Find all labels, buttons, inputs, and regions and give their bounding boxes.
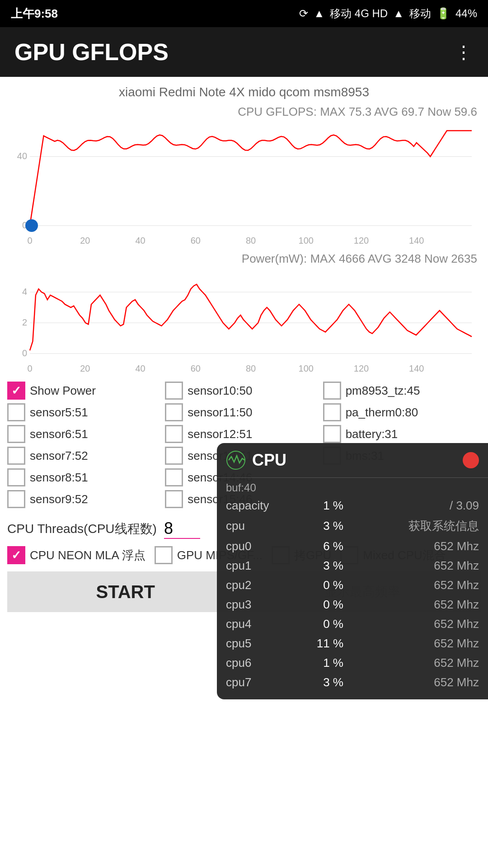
cpu-row-freq: 652 Mhz — [343, 617, 479, 631]
sensor14-checkbox[interactable] — [165, 468, 183, 486]
sensor5-item[interactable]: sensor5:51 — [7, 403, 165, 421]
cpu-gflops-stats: CPU GFLOPS: MAX 75.3 AVG 69.7 Now 59.6 — [7, 102, 481, 122]
cpu-row-freq: 652 Mhz — [343, 656, 479, 670]
cpu-rows-container: capacity 1 % / 3.09 cpu 3 % 获取系统信息 cpu0 … — [217, 496, 488, 692]
cpu-row-label: cpu4 — [226, 617, 298, 631]
patherm-label: pa_therm0:80 — [346, 406, 418, 420]
cpu-popup-header: CPU — [217, 443, 488, 478]
power-chart — [7, 268, 481, 376]
cpu-row-freq: 652 Mhz — [343, 559, 479, 573]
sensor8-item[interactable]: sensor8:51 — [7, 468, 165, 486]
cpu-row-pct: 0 % — [298, 598, 343, 612]
svg-point-0 — [227, 451, 245, 469]
cpu-row: cpu2 0 % 652 Mhz — [217, 576, 488, 595]
cpu-row-pct: 3 % — [298, 675, 343, 689]
sensor12-label: sensor12:51 — [188, 427, 252, 441]
gflops-chart — [7, 122, 481, 248]
sensor7-checkbox[interactable] — [7, 447, 25, 465]
sensor15-checkbox[interactable] — [165, 490, 183, 508]
cpu-row-label: cpu2 — [226, 578, 298, 592]
cpu-row: cpu3 0 % 652 Mhz — [217, 595, 488, 614]
checkbox-row-1: Show Power sensor10:50 pm8953_tz:45 — [7, 382, 481, 400]
cpu-neon-checkbox[interactable] — [7, 546, 25, 564]
sensor6-checkbox[interactable] — [7, 425, 25, 443]
cpu-row: cpu 3 % 获取系统信息 — [217, 515, 488, 537]
sensor10-item[interactable]: sensor10:50 — [165, 382, 323, 400]
sensor6-item[interactable]: sensor6:51 — [7, 425, 165, 443]
cpu-row-freq: 652 Mhz — [343, 637, 479, 651]
more-options-button[interactable]: ⋮ — [455, 42, 474, 62]
cpu-row-label: cpu — [226, 519, 298, 533]
cpu-row: cpu7 3 % 652 Mhz — [217, 673, 488, 692]
sensor9-checkbox[interactable] — [7, 490, 25, 508]
status-bar: 上午9:58 ⟳ ▲ 移动 4G HD ▲ 移动 🔋 44% — [0, 0, 488, 27]
cpu-popup-title: CPU — [252, 451, 456, 470]
sensor13-checkbox[interactable] — [165, 447, 183, 465]
cpu-row-pct: 0 % — [298, 617, 343, 631]
cpu-row-label: cpu6 — [226, 656, 298, 670]
cpu-row-label: cpu5 — [226, 637, 298, 651]
cpu-neon-item[interactable]: CPU NEON MLA 浮点 — [7, 546, 145, 564]
cpu-row-freq: 获取系统信息 — [343, 518, 479, 534]
show-power-item[interactable]: Show Power — [7, 382, 165, 400]
sensor12-checkbox[interactable] — [165, 425, 183, 443]
sensor5-label: sensor5:51 — [30, 406, 88, 420]
checkbox-row-3: sensor6:51 sensor12:51 battery:31 — [7, 425, 481, 443]
battery-icon: 🔋 — [436, 7, 450, 20]
sensor7-item[interactable]: sensor7:52 — [7, 447, 165, 465]
sensor12-item[interactable]: sensor12:51 — [165, 425, 323, 443]
sensor9-item[interactable]: sensor9:52 — [7, 490, 165, 508]
battery-checkbox[interactable] — [323, 425, 341, 443]
sensor11-item[interactable]: sensor11:50 — [165, 403, 323, 421]
cpu-row: cpu5 11 % 652 Mhz — [217, 634, 488, 653]
cpu-row-pct: 3 % — [298, 519, 343, 533]
cpu-row-label: cpu7 — [226, 675, 298, 689]
patherm-checkbox[interactable] — [323, 403, 341, 421]
sensor6-label: sensor6:51 — [30, 427, 88, 441]
cpu-row: cpu6 1 % 652 Mhz — [217, 653, 488, 673]
cpu-row-pct: 0 % — [298, 578, 343, 592]
battery-item[interactable]: battery:31 — [323, 425, 481, 443]
sensor9-label: sensor9:52 — [30, 492, 88, 506]
carrier-label: 移动 — [409, 6, 431, 21]
cpu-row-label: cpu0 — [226, 539, 298, 553]
checkbox-row-2: sensor5:51 sensor11:50 pa_therm0:80 — [7, 403, 481, 421]
status-icons: ⟳ ▲ 移动 4G HD ▲ 移动 🔋 44% — [299, 6, 477, 21]
device-name: xiaomi Redmi Note 4X mido qcom msm8953 — [7, 77, 481, 102]
sensor5-checkbox[interactable] — [7, 403, 25, 421]
show-power-checkbox[interactable] — [7, 382, 25, 400]
pm8953-item[interactable]: pm8953_tz:45 — [323, 382, 481, 400]
gpu-mips-checkbox[interactable] — [155, 546, 173, 564]
cpu-row: cpu0 6 % 652 Mhz — [217, 537, 488, 556]
cpu-wave-icon — [226, 450, 246, 470]
battery-pct: 44% — [455, 7, 477, 20]
app-title: GPU GFLOPS — [14, 38, 169, 66]
cpu-row-freq: / 3.09 — [343, 499, 479, 513]
cpu-row-freq: 652 Mhz — [343, 675, 479, 689]
sensor8-label: sensor8:51 — [30, 471, 88, 485]
start-button[interactable]: START — [7, 571, 244, 612]
cpu-row-pct: 3 % — [298, 559, 343, 573]
cpu-row-pct: 1 % — [298, 656, 343, 670]
sensor7-label: sensor7:52 — [30, 449, 88, 463]
pm8953-checkbox[interactable] — [323, 382, 341, 400]
cpu-row-label: cpu3 — [226, 598, 298, 612]
app-bar: GPU GFLOPS ⋮ — [0, 27, 488, 77]
status-time: 上午9:58 — [11, 6, 58, 22]
record-button[interactable] — [463, 452, 479, 468]
network-label: 移动 4G HD — [330, 6, 388, 21]
sensor11-checkbox[interactable] — [165, 403, 183, 421]
cpu-row-pct: 11 % — [298, 637, 343, 651]
cpu-row: cpu1 3 % 652 Mhz — [217, 556, 488, 576]
power-stats: Power(mW): MAX 4666 AVG 3248 Now 2635 — [7, 250, 481, 268]
sensor10-checkbox[interactable] — [165, 382, 183, 400]
patherm-item[interactable]: pa_therm0:80 — [323, 403, 481, 421]
signal-icon: ▲ — [314, 7, 324, 20]
sensor11-label: sensor11:50 — [188, 406, 252, 420]
sensor8-checkbox[interactable] — [7, 468, 25, 486]
threads-input[interactable] — [164, 519, 200, 539]
cpu-row: capacity 1 % / 3.09 — [217, 496, 488, 515]
cpu-row-label: cpu1 — [226, 559, 298, 573]
battery-label: battery:31 — [346, 427, 398, 441]
cpu-row-pct: 1 % — [298, 499, 343, 513]
